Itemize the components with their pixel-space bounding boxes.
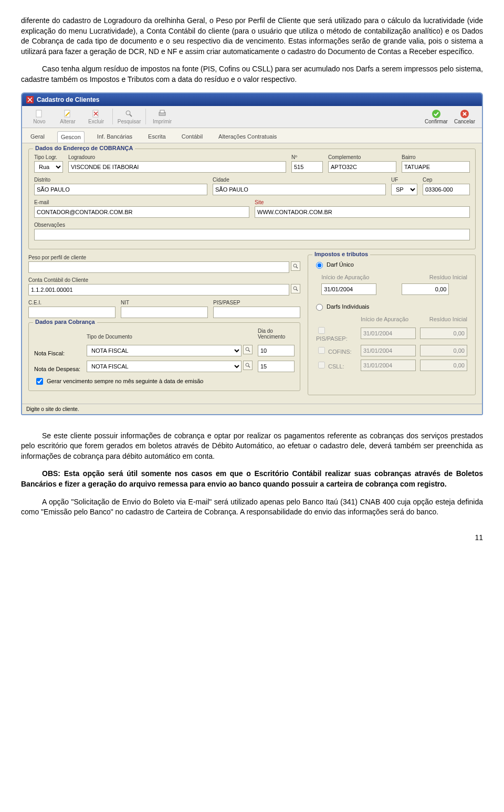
pis-valor-input bbox=[420, 328, 467, 339]
svg-rect-2 bbox=[65, 110, 70, 117]
confirmar-button[interactable]: Confirmar bbox=[422, 108, 450, 125]
paragraph-2: Caso tenha algum resíduo de impostos na … bbox=[21, 64, 483, 85]
conta-search-button[interactable] bbox=[291, 284, 300, 293]
email-input[interactable] bbox=[34, 206, 249, 218]
edit-icon bbox=[63, 109, 72, 119]
nota-despesa-row-label: Nota de Despesa: bbox=[34, 366, 81, 372]
cidade-label: Cidade bbox=[213, 177, 386, 183]
darf-unico-radio[interactable] bbox=[316, 262, 323, 269]
peso-search-button[interactable] bbox=[291, 261, 300, 271]
num-input[interactable] bbox=[291, 161, 323, 173]
group-impostos: Impostos e tributos Darf Único Início de… bbox=[308, 255, 476, 395]
panel-gescon: Dados do Endereço de COBRANÇA Tipo Logr.… bbox=[22, 143, 482, 404]
status-bar: Digite o site do cliente. bbox=[22, 404, 482, 414]
nota-fiscal-search-button[interactable] bbox=[243, 345, 253, 354]
tab-contabil[interactable]: Contábil bbox=[178, 131, 206, 143]
group-dados-cobranca: Dados para Cobrança Tipo de Documento Di… bbox=[28, 322, 300, 391]
cidade-input[interactable] bbox=[213, 184, 386, 195]
tipo-logr-label: Tipo Logr. bbox=[34, 154, 63, 160]
excluir-button[interactable]: Excluir bbox=[82, 108, 110, 125]
cep-input[interactable] bbox=[423, 184, 470, 195]
pispasep-input[interactable] bbox=[213, 307, 300, 318]
tab-gescon[interactable]: Gescon bbox=[57, 131, 85, 143]
peso-input[interactable] bbox=[28, 261, 289, 273]
paragraph-4: OBS: Esta opção será útil somente nos ca… bbox=[21, 469, 483, 489]
residuo-inicial-header: Resíduo Inicial bbox=[400, 273, 469, 281]
paragraph-3: Se este cliente possuir informações de c… bbox=[21, 431, 483, 462]
gerar-vencimento-label: Gerar vencimento sempre no mês seguinte … bbox=[47, 378, 203, 384]
tab-alteracoes[interactable]: Alterações Contratuais bbox=[215, 131, 280, 143]
pesquisar-button[interactable]: Pesquisar bbox=[115, 108, 143, 125]
pesquisar-label: Pesquisar bbox=[118, 119, 141, 124]
compl-input[interactable] bbox=[328, 161, 396, 173]
cei-input[interactable] bbox=[28, 307, 116, 318]
conta-label: Conta Contábil do Cliente bbox=[28, 277, 300, 283]
num-label: Nº bbox=[291, 154, 323, 160]
app-window: Cadastro de Clientes Novo Alterar Exclui… bbox=[21, 92, 483, 415]
svg-line-15 bbox=[248, 350, 250, 352]
cofins-valor-input bbox=[420, 345, 467, 356]
darf-unico-data-input[interactable] bbox=[321, 283, 376, 295]
confirmar-label: Confirmar bbox=[425, 119, 448, 124]
pis-row-label: PIS/PASEP: bbox=[316, 335, 348, 342]
nit-input[interactable] bbox=[121, 307, 208, 318]
alterar-button[interactable]: Alterar bbox=[54, 108, 82, 125]
inicio-apuracao-header: Início de Apuração bbox=[320, 273, 399, 281]
window-titlebar: Cadastro de Clientes bbox=[22, 93, 482, 106]
group-endereco-cobranca: Dados do Endereço de COBRANÇA Tipo Logr.… bbox=[28, 149, 476, 249]
gerar-vencimento-checkbox[interactable] bbox=[36, 378, 43, 385]
delete-icon bbox=[91, 109, 101, 119]
darf-unico-label: Darf Único bbox=[327, 261, 354, 268]
cei-label: C.E.I. bbox=[28, 300, 116, 305]
conta-input[interactable] bbox=[28, 284, 289, 296]
csll-data-input bbox=[361, 360, 416, 371]
csll-valor-input bbox=[420, 360, 467, 371]
cep-label: Cep bbox=[423, 177, 470, 183]
darfs-individuais-label: Darfs Individuais bbox=[327, 303, 369, 310]
distrito-input[interactable] bbox=[34, 184, 207, 195]
residuo-inicial-header-2: Resíduo Inicial bbox=[418, 315, 469, 323]
cofins-checkbox bbox=[318, 347, 325, 354]
darfs-individuais-radio[interactable] bbox=[316, 304, 323, 311]
window-title: Cadastro de Clientes bbox=[37, 96, 99, 103]
tab-inf-bancarias[interactable]: Inf. Bancárias bbox=[94, 131, 135, 143]
obs-input[interactable] bbox=[34, 229, 470, 240]
svg-point-8 bbox=[432, 110, 440, 118]
group-endereco-legend: Dados do Endereço de COBRANÇA bbox=[33, 145, 135, 151]
group-impostos-legend: Impostos e tributos bbox=[312, 251, 370, 257]
nota-fiscal-dia-input[interactable] bbox=[258, 345, 295, 356]
csll-checkbox bbox=[318, 362, 325, 368]
novo-button[interactable]: Novo bbox=[25, 108, 54, 125]
cancelar-label: Cancelar bbox=[454, 119, 475, 124]
alterar-label: Alterar bbox=[60, 119, 75, 124]
imprimir-label: Imprimir bbox=[153, 119, 172, 124]
darf-unico-valor-input[interactable] bbox=[402, 283, 449, 295]
uf-select[interactable]: SP bbox=[391, 184, 417, 195]
site-input[interactable] bbox=[255, 206, 470, 218]
pispasep-label: PIS/PASEP bbox=[213, 300, 300, 305]
group-cobranca-legend: Dados para Cobrança bbox=[33, 319, 97, 325]
compl-label: Complemento bbox=[328, 154, 396, 160]
svg-rect-1 bbox=[36, 110, 41, 117]
logradouro-input[interactable] bbox=[68, 161, 286, 173]
cancel-icon bbox=[460, 109, 469, 119]
nota-despesa-search-button[interactable] bbox=[243, 361, 253, 370]
nota-fiscal-tipodoc-select[interactable]: NOTA FISCAL bbox=[87, 345, 242, 356]
site-label: Site bbox=[255, 199, 470, 205]
tipo-logr-select[interactable]: Rua bbox=[34, 161, 63, 173]
cancelar-button[interactable]: Cancelar bbox=[450, 108, 479, 125]
tab-escrita[interactable]: Escrita bbox=[145, 131, 169, 143]
cofins-data-input bbox=[361, 345, 416, 356]
pis-data-input bbox=[361, 328, 416, 339]
nota-despesa-tipodoc-select[interactable]: NOTA FISCAL bbox=[87, 361, 242, 372]
excluir-label: Excluir bbox=[88, 119, 104, 124]
imprimir-button[interactable]: Imprimir bbox=[148, 108, 176, 125]
bairro-input[interactable] bbox=[402, 161, 470, 173]
paragraph-1: diferente do cadastro de Logradouro da o… bbox=[21, 16, 483, 57]
tab-geral[interactable]: Geral bbox=[27, 131, 48, 143]
tabs-bar: Geral Gescon Inf. Bancárias Escrita Cont… bbox=[22, 128, 482, 143]
svg-line-13 bbox=[296, 289, 298, 291]
nota-despesa-dia-input[interactable] bbox=[258, 361, 295, 372]
print-icon bbox=[158, 109, 167, 119]
page-number: 11 bbox=[21, 533, 483, 542]
